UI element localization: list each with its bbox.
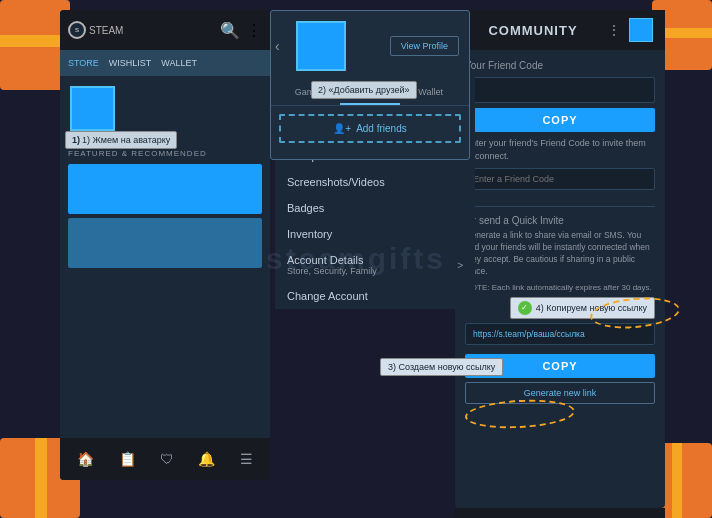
activity-item-inventory[interactable]: Inventory	[275, 221, 475, 247]
divider	[465, 206, 655, 207]
steam-avatar-section: 1) Жмем на аватарку	[60, 76, 270, 141]
add-friends-button[interactable]: Add friends	[279, 114, 461, 143]
check-circle-icon: ✓	[518, 301, 532, 315]
community-title: COMMUNITY	[467, 23, 599, 38]
nav-wallet[interactable]: WALLET	[161, 58, 197, 68]
activity-item-screenshots[interactable]: Screenshots/Videos	[275, 169, 475, 195]
profile-popup: ‹ View Profile 2) «Добавить друзей» Game…	[270, 10, 470, 160]
your-friend-code-label: Your Friend Code	[465, 60, 655, 71]
copy-friend-code-button[interactable]: COPY	[465, 108, 655, 132]
enter-friend-code-input[interactable]	[465, 168, 655, 190]
steam-panel: S STEAM 🔍 ⋮ STORE WISHLIST WALLET 1) Жме…	[60, 10, 270, 480]
tooltip-generate-link: 3) Создаем новую ссылку	[380, 358, 503, 376]
steam-header-icons: 🔍 ⋮	[220, 21, 262, 40]
steam-logo-circle: S	[68, 21, 86, 39]
steam-bottom-nav: 🏠 📋 🛡 🔔 ☰	[60, 438, 270, 480]
steam-featured: FEATURED & RECOMMENDED	[60, 141, 270, 276]
community-panel: COMMUNITY ⋮ Your Friend Code COPY Enter …	[455, 10, 665, 508]
view-profile-button[interactable]: View Profile	[390, 36, 459, 56]
community-bottom-nav: 🏠 📋 🛡 🔔	[455, 508, 665, 518]
bottom-nav-list-icon[interactable]: 📋	[119, 451, 136, 467]
search-icon[interactable]: 🔍	[220, 21, 240, 40]
bottom-nav-store-icon[interactable]: 🏠	[77, 451, 94, 467]
link-url-input[interactable]	[465, 323, 655, 345]
nav-store[interactable]: STORE	[68, 58, 99, 68]
account-details-info: Account Details Store, Security, Family	[287, 254, 377, 276]
account-details[interactable]: Account Details Store, Security, Family …	[275, 247, 475, 283]
account-details-sub: Store, Security, Family	[287, 266, 377, 276]
quick-invite-text: Generate a link to share via email or SM…	[465, 230, 655, 278]
friend-code-input[interactable]	[465, 77, 655, 103]
steam-logo-text: STEAM	[89, 25, 123, 36]
community-avatar	[629, 18, 653, 42]
nav-wishlist[interactable]: WISHLIST	[109, 58, 152, 68]
chevron-right-icon: >	[457, 260, 463, 271]
steam-logo: S STEAM	[68, 21, 123, 39]
community-content: Your Friend Code COPY Enter your friend'…	[455, 50, 665, 414]
generate-new-link-button[interactable]: Generate new link	[465, 382, 655, 404]
activity-item-badges[interactable]: Badges	[275, 195, 475, 221]
featured-images	[68, 164, 262, 268]
note-text-2: automatically expires after 30 days.	[526, 283, 651, 292]
main-container: S STEAM 🔍 ⋮ STORE WISHLIST WALLET 1) Жме…	[60, 10, 655, 508]
quick-invite-title: Or send a Quick Invite	[465, 215, 655, 226]
account-details-title: Account Details	[287, 254, 377, 266]
quick-invite-note: NOTE: Each link automatically expires af…	[465, 282, 655, 293]
tooltip-copy-link: ✓ 4) Копируем новую ссылку	[510, 297, 655, 319]
bottom-nav-shield-icon[interactable]: 🛡	[160, 451, 174, 467]
community-menu-icon[interactable]: ⋮	[607, 22, 621, 38]
steam-nav: STORE WISHLIST WALLET	[60, 50, 270, 76]
back-arrow-icon[interactable]: ‹	[275, 38, 280, 54]
steam-header: S STEAM 🔍 ⋮	[60, 10, 270, 50]
community-header: COMMUNITY ⋮	[455, 10, 665, 50]
tooltip3-wrapper: 3) Создаем новую ссылку Generate new lin…	[465, 382, 655, 404]
invite-text: Enter your friend's Friend Code to invit…	[465, 137, 655, 162]
featured-label: FEATURED & RECOMMENDED	[68, 149, 262, 158]
profile-avatar	[296, 21, 346, 71]
tooltip-click-avatar: 1) Жмем на аватарку	[65, 131, 177, 149]
avatar[interactable]	[70, 86, 115, 131]
bottom-nav-bell-icon[interactable]: 🔔	[198, 451, 215, 467]
featured-image-2	[68, 218, 262, 268]
bottom-nav-menu-icon[interactable]: ☰	[240, 451, 253, 467]
tooltip4-text: 4) Копируем новую ссылку	[536, 303, 647, 313]
middle-panel: MY CONTENT Friend Activity Friends Group…	[270, 10, 480, 508]
tooltip-add-friends: 2) «Добавить друзей»	[311, 81, 417, 99]
activity-item-change-account[interactable]: Change Account	[275, 283, 475, 309]
profile-popup-header: ‹ View Profile	[271, 11, 469, 81]
featured-image-1	[68, 164, 262, 214]
menu-icon[interactable]: ⋮	[246, 21, 262, 40]
